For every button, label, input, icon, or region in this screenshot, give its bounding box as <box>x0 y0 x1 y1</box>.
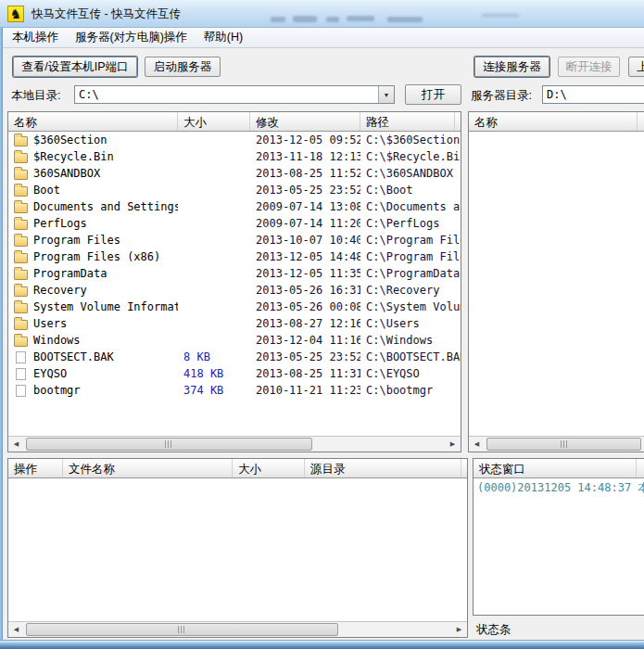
file-icon <box>16 368 26 380</box>
file-name: ProgramData <box>33 267 107 280</box>
folder-icon <box>14 320 28 330</box>
scroll-left-icon[interactable]: ◀ <box>8 437 24 452</box>
file-row[interactable]: Windows2013-12-04 11:16C:\Windows <box>8 332 461 349</box>
transfer-hscrollbar[interactable]: ◀ ▶ <box>8 621 467 637</box>
status-log-line: (0000)20131205 14:48:37 本机服务 <box>474 478 644 496</box>
upload-button-partial[interactable]: 上 <box>628 57 644 77</box>
scroll-left-icon[interactable]: ◀ <box>469 437 485 452</box>
file-row[interactable]: bootmgr374 KB2010-11-21 11:23C:\bootmgr <box>8 382 461 399</box>
file-row[interactable]: Users2013-08-27 12:16C:\Users <box>8 315 461 332</box>
scroll-track[interactable] <box>485 437 644 452</box>
file-path: C:\System Volume Information <box>360 300 461 313</box>
scroll-thumb[interactable] <box>486 438 641 451</box>
file-modified: 2013-08-27 12:16 <box>250 317 360 330</box>
file-modified: 2013-08-25 11:52 <box>250 167 360 180</box>
column-header-size[interactable]: 大小 <box>233 459 305 477</box>
folder-icon <box>14 286 28 297</box>
column-header-name[interactable]: 名称 <box>469 112 638 131</box>
disconnect-button[interactable]: 断开连接 <box>558 57 620 77</box>
column-header-filler <box>638 112 644 131</box>
folder-icon <box>14 236 28 247</box>
file-row[interactable]: Recovery2013-05-26 16:31C:\Recovery <box>8 282 461 299</box>
file-modified: 2013-12-05 11:35 <box>250 267 360 280</box>
file-row[interactable]: $Recycle.Bin2013-11-18 12:13C:\$Recycle.… <box>8 148 461 165</box>
file-name: PerfLogs <box>33 217 87 230</box>
file-name-cell: Boot <box>8 184 178 197</box>
file-path: C:\BOOTSECT.BAK <box>360 350 461 363</box>
grip-icon <box>165 440 172 448</box>
column-header-modified[interactable]: 修改 <box>250 112 360 131</box>
view-ip-port-button[interactable]: 查看/设置本机IP端口 <box>13 57 137 77</box>
file-row[interactable]: $360Section2013-12-05 09:52C:\$360Sectio… <box>8 132 461 148</box>
file-name-cell: ProgramData <box>8 267 178 280</box>
column-header-source-dir[interactable]: 源目录 <box>305 459 461 477</box>
column-header-filler <box>637 459 644 477</box>
scroll-thumb[interactable] <box>26 438 312 451</box>
file-path: C:\Windows <box>360 334 461 347</box>
column-header-path[interactable]: 路径 <box>360 112 455 131</box>
server-dir-field[interactable]: D:\ <box>542 85 644 104</box>
folder-icon <box>14 170 28 180</box>
folder-icon <box>14 337 28 347</box>
window-border-bottom <box>0 640 644 649</box>
file-row[interactable]: Documents and Settings2009-07-14 13:08C:… <box>8 198 461 215</box>
file-name-cell: Program Files <box>8 234 178 247</box>
file-name: Documents and Settings <box>33 200 178 213</box>
column-header-action[interactable]: 操作 <box>8 459 63 477</box>
file-row[interactable]: Boot2013-05-25 23:52C:\Boot <box>8 182 461 198</box>
file-row[interactable]: System Volume Information2013-05-26 00:0… <box>8 299 461 315</box>
file-row[interactable]: Program Files2013-10-07 10:40C:\Program … <box>8 232 461 248</box>
open-button[interactable]: 打开 <box>405 84 461 105</box>
title-bar[interactable]: ♞ 快马文件互传 - 快马文件互传 <box>0 0 644 28</box>
folder-icon <box>14 153 28 163</box>
file-row[interactable]: Program Files (x86)2013-12-05 14:48C:\Pr… <box>8 248 461 265</box>
scroll-right-icon[interactable]: ▶ <box>451 622 467 637</box>
file-name: System Volume Information <box>33 300 178 313</box>
file-path: C:\Recovery <box>360 284 461 297</box>
file-row[interactable]: ProgramData2013-12-05 11:35C:\ProgramDat… <box>8 265 461 282</box>
file-row[interactable]: BOOTSECT.BAK8 KB2013-05-25 23:52C:\BOOTS… <box>8 349 461 365</box>
file-name: Program Files (x86) <box>33 250 160 263</box>
app-icon: ♞ <box>7 6 24 22</box>
scroll-left-icon[interactable]: ◀ <box>8 622 24 637</box>
column-header-filler <box>455 112 461 131</box>
status-window-title[interactable]: 状态窗口 <box>474 459 637 477</box>
file-modified: 2013-12-05 09:52 <box>250 134 360 146</box>
file-row[interactable]: 360SANDBOX2013-08-25 11:52C:\360SANDBOX <box>8 165 461 182</box>
chevron-down-icon[interactable]: ▼ <box>378 86 394 103</box>
scroll-right-icon[interactable]: ▶ <box>445 437 461 452</box>
file-row[interactable]: PerfLogs2009-07-14 11:20C:\PerfLogs <box>8 215 461 232</box>
menu-help[interactable]: 帮助(H) <box>196 28 251 47</box>
local-list-hscrollbar[interactable]: ◀ ▶ <box>8 436 461 452</box>
column-header-size[interactable]: 大小 <box>178 112 250 131</box>
file-name: EYQSO <box>33 367 67 380</box>
connect-server-button[interactable]: 连接服务器 <box>474 57 549 77</box>
glass-reflection <box>271 17 285 22</box>
file-name-cell: Documents and Settings <box>8 200 178 213</box>
local-dir-combobox[interactable]: C:\ ▼ <box>74 85 395 104</box>
scroll-thumb[interactable] <box>26 623 338 636</box>
scroll-track[interactable] <box>24 622 451 637</box>
column-header-name[interactable]: 名称 <box>8 112 178 131</box>
file-modified: 2013-05-25 23:52 <box>250 184 360 197</box>
file-icon <box>16 351 26 363</box>
column-header-filename[interactable]: 文件名称 <box>63 459 233 477</box>
start-server-button[interactable]: 启动服务器 <box>145 57 221 77</box>
file-name-cell: 360SANDBOX <box>8 167 178 180</box>
server-list-hscrollbar[interactable]: ◀ <box>469 436 644 452</box>
status-window-header: 状态窗口 <box>474 459 644 478</box>
status-window-panel: 状态窗口 (0000)20131205 14:48:37 本机服务 <box>473 458 644 616</box>
menu-server-ops[interactable]: 服务器(对方电脑)操作 <box>67 28 196 47</box>
file-name-cell: $Recycle.Bin <box>8 150 178 163</box>
menu-local-ops[interactable]: 本机操作 <box>4 28 67 47</box>
menu-bar: 本机操作 服务器(对方电脑)操作 帮助(H) <box>0 28 644 48</box>
file-name: $360Section <box>33 134 107 146</box>
file-name-cell: BOOTSECT.BAK <box>8 350 178 363</box>
folder-icon <box>14 136 28 146</box>
file-path: C:\$360Section <box>360 134 461 146</box>
file-name-cell: $360Section <box>8 134 178 146</box>
scroll-track[interactable] <box>24 437 445 452</box>
file-name: Windows <box>33 334 81 347</box>
local-file-list-body: $360Section2013-12-05 09:52C:\$360Sectio… <box>8 132 461 436</box>
file-row[interactable]: EYQSO418 KB2013-08-25 11:31C:\EYQSO <box>8 365 461 382</box>
